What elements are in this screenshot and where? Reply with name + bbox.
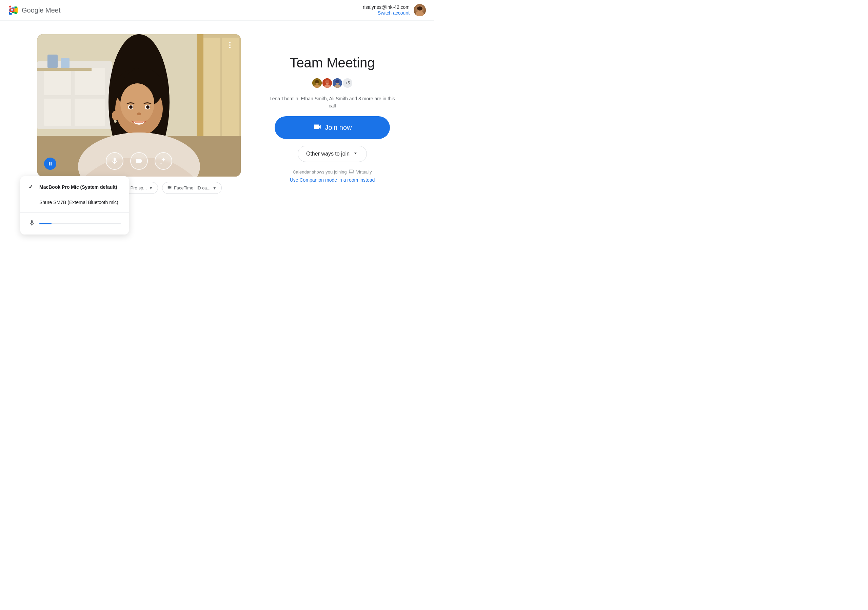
logo-area: Google Meet — [8, 5, 61, 15]
participant-avatar-3 — [332, 77, 343, 88]
camera-chevron-icon: ▼ — [212, 186, 217, 190]
svg-point-44 — [229, 44, 231, 46]
svg-point-36 — [130, 106, 132, 108]
svg-point-6 — [11, 9, 12, 11]
svg-point-39 — [112, 111, 119, 120]
svg-point-37 — [147, 106, 149, 108]
other-ways-chevron-icon — [352, 150, 358, 158]
svg-point-45 — [229, 47, 231, 48]
mic-level-fill — [39, 223, 51, 224]
dropdown-item-label-2: Shure SM7B (External Bluetooth mic) — [39, 200, 118, 205]
mic-level-indicator — [20, 215, 129, 232]
svg-rect-18 — [37, 68, 91, 71]
laptop-icon — [349, 169, 354, 175]
right-panel: Team Meeting — [268, 34, 397, 183]
participants-row: +5 — [312, 77, 353, 88]
calendar-info: Calendar shows you joining Virtually Use… — [290, 169, 375, 183]
svg-point-55 — [325, 80, 329, 84]
companion-mode-link[interactable]: Use Companion mode in a room instead — [290, 177, 375, 183]
camera-device-icon — [167, 185, 172, 191]
mic-level-bar — [39, 223, 121, 224]
dropdown-item-label-1: MacBook Pro Mic (System default) — [39, 184, 117, 190]
mic-level-icon — [28, 220, 35, 228]
switch-account-link[interactable]: Switch account — [378, 10, 409, 15]
participant-avatar-2 — [322, 77, 333, 88]
join-now-button[interactable]: Join now — [274, 116, 390, 139]
join-camera-icon — [313, 122, 322, 133]
app-name: Google Meet — [22, 6, 61, 14]
account-email: risalynes@ink-42.com — [363, 5, 409, 10]
header: Google Meet risalynes@ink-42.com Switch … — [0, 0, 434, 21]
svg-rect-14 — [44, 68, 71, 95]
svg-point-51 — [315, 80, 319, 84]
video-section: MacBook Pro mic ▼ MacBook Pro sp... ▼ — [37, 34, 241, 194]
calendar-shows-text: Calendar shows you joining — [293, 169, 347, 175]
svg-rect-19 — [48, 54, 57, 68]
main-content: MacBook Pro mic ▼ MacBook Pro sp... ▼ — [0, 21, 434, 305]
join-now-label: Join now — [325, 124, 352, 132]
check-icon-1: ✓ — [28, 184, 35, 190]
camera-toggle-button[interactable] — [130, 152, 148, 170]
svg-point-40 — [114, 120, 117, 123]
effects-button[interactable] — [155, 152, 172, 170]
camera-device-label: FaceTime HD ca... — [174, 185, 211, 190]
svg-point-43 — [229, 42, 231, 43]
participants-description: Lena Thomlin, Ethan Smith, Ali Smith and… — [268, 95, 397, 110]
video-preview — [37, 34, 241, 176]
svg-point-9 — [417, 6, 423, 11]
virtually-label: Virtually — [356, 169, 372, 175]
dropdown-divider — [20, 212, 129, 213]
svg-rect-16 — [44, 99, 71, 126]
camera-selector-button[interactable]: FaceTime HD ca... ▼ — [162, 182, 222, 194]
svg-point-38 — [137, 113, 141, 115]
account-area: risalynes@ink-42.com Switch account — [363, 4, 426, 16]
video-menu-button[interactable] — [225, 40, 235, 52]
participant-count-badge: +5 — [342, 77, 353, 88]
other-ways-label: Other ways to join — [306, 151, 350, 157]
speaker-chevron-icon: ▼ — [149, 186, 153, 190]
mic-toggle-button[interactable] — [106, 152, 123, 170]
video-controls — [37, 152, 241, 170]
svg-rect-15 — [74, 68, 105, 95]
participant-avatar-1 — [312, 77, 322, 88]
dropdown-item-2[interactable]: Shure SM7B (External Bluetooth mic) — [20, 195, 129, 210]
svg-point-59 — [335, 80, 339, 84]
dropdown-item-1[interactable]: ✓ MacBook Pro Mic (System default) — [20, 179, 129, 195]
mic-dropdown-menu: ✓ MacBook Pro Mic (System default) Shure… — [20, 176, 129, 234]
meeting-title: Team Meeting — [290, 54, 375, 71]
other-ways-button[interactable]: Other ways to join — [298, 146, 367, 162]
account-info: risalynes@ink-42.com Switch account — [363, 5, 409, 16]
svg-rect-17 — [74, 99, 105, 126]
calendar-label: Calendar shows you joining Virtually — [293, 169, 372, 175]
svg-point-31 — [120, 84, 154, 124]
user-avatar[interactable] — [414, 4, 426, 16]
svg-rect-20 — [61, 58, 70, 68]
google-meet-logo — [8, 5, 19, 15]
